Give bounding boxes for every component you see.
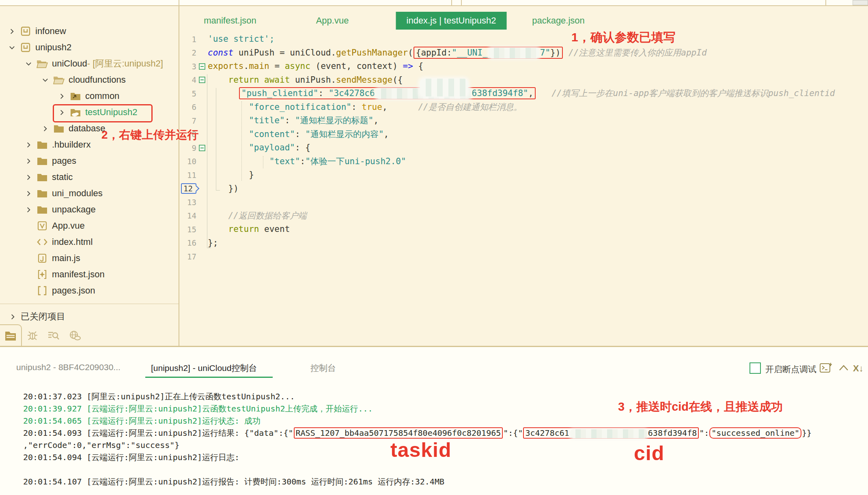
log-text: ": [699, 428, 709, 438]
editor-tab-index.js[interactable]: index.js | testUnipush2 [396, 12, 507, 30]
sidebar-divider [0, 304, 179, 304]
new-terminal-icon[interactable] [820, 362, 832, 375]
code-area[interactable]: 1'use strict';2const uniPush = uniCloud.… [179, 32, 868, 264]
code-line-14[interactable]: 14 //返回数据给客户端 [179, 209, 868, 223]
chevron-right-icon[interactable] [23, 142, 34, 148]
code-token: = [280, 48, 290, 58]
tree-item-unpackage[interactable]: unpackage [0, 201, 179, 218]
tree-item-manifest.json[interactable]: manifest.json [0, 266, 179, 283]
code-token: true [362, 102, 382, 112]
tree-item-pages[interactable]: pages [0, 153, 179, 169]
code-line-5[interactable]: 5 "push_clientid": "3c4278c6638fd394f8",… [179, 87, 868, 101]
breakpoint-debug-checkbox[interactable] [750, 362, 761, 374]
tree-item-testUnipush2[interactable]: testUnipush2 [0, 104, 179, 120]
tree-item-App.vue[interactable]: App.vue [0, 218, 179, 234]
chevron-down-icon[interactable] [40, 77, 50, 83]
editor-tab-manifest.json[interactable]: manifest.json [193, 12, 267, 30]
line-number: 6 [179, 103, 196, 111]
annotation-red-box: {appId:"__UNI_7"}) [414, 47, 563, 59]
tree-item-pages.json[interactable]: pages.json [0, 283, 179, 299]
chevron-down-icon[interactable] [23, 61, 34, 67]
fold-collapse-icon[interactable] [196, 77, 208, 83]
tree-item-common[interactable]: common [0, 88, 179, 104]
tree-item-uniCloud[interactable]: uniCloud - [阿里云:unipush2] [0, 56, 179, 72]
toolbar-separator [451, 0, 452, 5]
chevron-down-icon[interactable] [6, 45, 17, 51]
fold-collapse-icon[interactable] [196, 63, 208, 70]
files-icon[interactable] [0, 324, 22, 346]
code-token: => [403, 61, 413, 71]
chevron-right-icon[interactable] [6, 28, 17, 34]
console-tab-0[interactable]: unipush2 - 8BF4C209030... [16, 362, 121, 372]
code-token: "3c4278c6 [329, 88, 375, 98]
tree-item-cloudfunctions[interactable]: cloudfunctions [0, 72, 179, 88]
code-token: "payload" [249, 143, 295, 152]
code-line-17[interactable]: 17 [179, 250, 868, 264]
code-line-10[interactable]: 10 "text":"体验一下uni-push2.0" [179, 155, 868, 169]
code-token: //是否自创建通知栏消息。 [388, 102, 522, 112]
log-text: 20:01:54.093 [云端运行:阿里云:unipush2]运行结果: {"… [23, 428, 293, 438]
code-token: uniPush. [290, 75, 336, 85]
code-token: getPushManager [336, 48, 408, 58]
code-token: : [319, 88, 329, 98]
chevron-right-icon[interactable] [56, 93, 67, 99]
code-token: return [228, 224, 259, 234]
tree-item-static[interactable]: static [0, 169, 179, 185]
project-icon [20, 26, 31, 36]
code-text: "force_notification": true, //是否自创建通知栏消息… [208, 101, 522, 114]
code-token: , [373, 116, 379, 125]
tree-item-infonew[interactable]: infonew [0, 23, 179, 39]
web-icon[interactable] [64, 325, 85, 346]
code-token [208, 211, 228, 221]
code-line-11[interactable]: 11 } [179, 168, 868, 182]
tree-item-main.js[interactable]: main.js [0, 250, 179, 266]
chevron-right-icon[interactable] [23, 191, 34, 197]
tree-item-unipush2[interactable]: unipush2 [0, 39, 179, 56]
code-line-15[interactable]: 15 return event [179, 223, 868, 236]
code-token: 'use strict'; [208, 34, 274, 44]
code-line-1[interactable]: 1'use strict'; [179, 32, 868, 46]
editor-tab-package.json[interactable]: package.json [521, 12, 595, 30]
code-line-7[interactable]: 7 "title": "通知栏显示的标题", [179, 114, 868, 128]
code-token: }) [208, 184, 239, 193]
console-tab-2[interactable]: 控制台 [310, 362, 336, 374]
code-token [208, 143, 249, 152]
search-icon[interactable] [43, 325, 64, 346]
code-line-8[interactable]: 8 "content": "通知栏显示的内容", [179, 128, 868, 141]
toolbar-separator [825, 0, 826, 5]
clear-scroll-icon[interactable]: X↓ [853, 363, 864, 374]
closed-projects-section[interactable]: 已关闭项目 [0, 309, 179, 325]
code-line-16[interactable]: 16}; [179, 236, 868, 250]
code-line-4[interactable]: 4 return await uniPush.sendMessage({ [179, 73, 868, 87]
tree-item-index.html[interactable]: index.html [0, 234, 179, 250]
sidebar-bottom-toolbar [0, 325, 179, 346]
code-line-12[interactable]: 12 }) [179, 182, 868, 196]
chevron-right-icon[interactable] [40, 126, 50, 132]
code-text: 'use strict'; [208, 32, 274, 46]
line-number: 2 [179, 48, 196, 57]
chevron-right-icon[interactable] [23, 158, 34, 164]
editor-tab-App.vue[interactable]: App.vue [306, 12, 360, 30]
chevron-right-icon[interactable] [23, 174, 34, 180]
code-token [208, 88, 239, 98]
collapse-panel-icon[interactable] [838, 364, 849, 373]
code-line-6[interactable]: 6 "force_notification": true, //是否自创建通知栏… [179, 101, 868, 114]
line-number: 11 [179, 171, 196, 180]
console-tab-1[interactable]: [unipush2] - uniCloud控制台 [151, 362, 257, 374]
folder-cloud-icon [70, 108, 81, 117]
annotation-taskid: taskid [390, 438, 452, 462]
chevron-right-icon[interactable] [56, 109, 67, 116]
chevron-right-icon[interactable] [23, 207, 34, 213]
code-line-13[interactable]: 13 [179, 195, 868, 209]
code-line-9[interactable]: 9 "payload": { [179, 141, 868, 155]
code-line-2[interactable]: 2const uniPush = uniCloud.getPushManager… [179, 46, 868, 60]
code-token [208, 156, 269, 166]
debug-icon[interactable] [22, 325, 43, 346]
code-line-3[interactable]: 3exports.main = async (event, context) =… [179, 60, 868, 73]
code-token: : [285, 116, 295, 125]
code-token: exports [208, 61, 244, 71]
active-tab-underline [145, 377, 273, 378]
fold-collapse-icon[interactable] [196, 145, 208, 151]
tree-item-unimodules[interactable]: uni_modules [0, 185, 179, 201]
code-token: } [208, 170, 254, 180]
